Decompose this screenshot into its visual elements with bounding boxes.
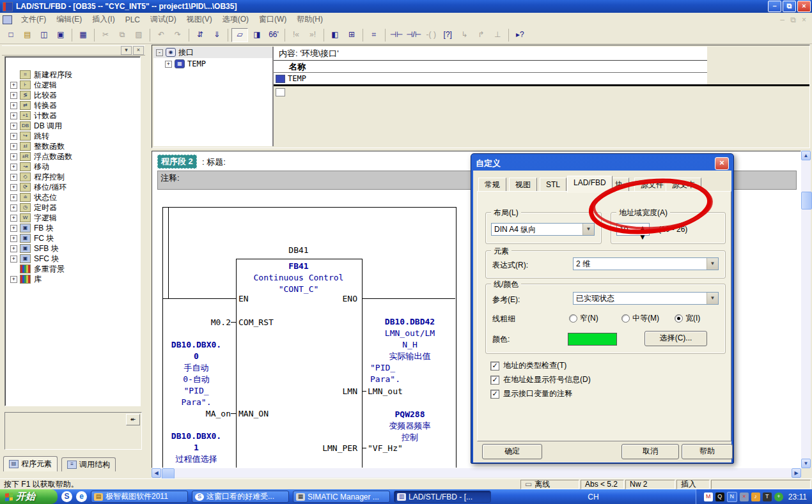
menu-plc[interactable]: PLC — [120, 14, 145, 26]
layout-dropdown-icon[interactable]: ▼ — [582, 224, 594, 235]
volume-icon[interactable]: ♪ — [751, 493, 760, 501]
contact-nc-icon[interactable]: ⊣/⊢ — [405, 29, 422, 42]
radio-narrow-dot[interactable] — [569, 314, 577, 323]
menu-edit[interactable]: 编辑(E) — [51, 13, 87, 26]
tab-lad-fbd[interactable]: LAD/FBD — [567, 176, 613, 193]
tree-item-bit-logic[interactable]: +⊦位逻辑 — [5, 80, 140, 90]
choose-color-button[interactable]: 选择(C)... — [644, 331, 707, 346]
collapse-icon[interactable]: - — [156, 49, 163, 56]
language-indicator[interactable]: CH — [581, 493, 605, 501]
glasses-icon[interactable]: 66' — [266, 29, 281, 42]
dialog-close-icon[interactable]: × — [715, 157, 729, 170]
task-browser-window[interactable]: S 这窗口看的好难受... — [192, 491, 289, 503]
check-type-check[interactable]: ✓地址的类型检查(T) — [490, 360, 566, 371]
tree-item-timer[interactable]: +◷定时器 — [5, 202, 140, 213]
undo-icon[interactable]: ↶ — [153, 29, 169, 42]
security-icon[interactable]: + — [774, 493, 783, 501]
contact-no-icon[interactable]: ⊣⊢ — [389, 29, 404, 42]
menu-window[interactable]: 窗口(W) — [254, 13, 292, 26]
expression-dropdown-icon[interactable]: ▼ — [707, 258, 718, 270]
ie-quicklaunch-icon[interactable]: e — [76, 491, 87, 502]
detail-window-icon[interactable]: ⊞ — [344, 29, 359, 42]
child-window-icon[interactable] — [3, 15, 12, 24]
new-network-icon[interactable]: ⌗ — [366, 29, 382, 42]
interface-root-row[interactable]: - ◉ 接口 — [153, 47, 272, 58]
catalog-grip[interactable]: ▾ × — [2, 45, 145, 56]
previous-error-icon[interactable]: !« — [288, 29, 304, 42]
scroll-left-icon[interactable]: ◀ — [152, 468, 161, 478]
tools-icon[interactable]: T — [763, 493, 772, 501]
tree-item-integer-fn[interactable]: +±I整数函数 — [5, 141, 140, 151]
open-online-icon[interactable]: ◫ — [36, 29, 52, 42]
s-browser-quicklaunch-icon[interactable]: S — [61, 491, 72, 502]
menu-file[interactable]: 文件(F) — [16, 13, 51, 26]
tree-item-counter[interactable]: ++1计数器 — [5, 111, 140, 121]
task-screenshot-app[interactable]: ▤ 极智截图软件2011 — [91, 491, 188, 503]
network-title[interactable]: : 标题: — [202, 157, 226, 168]
monitor-icon[interactable]: ◨ — [249, 29, 265, 42]
print-icon[interactable]: ▦ — [75, 29, 91, 42]
operand-left1-0[interactable]: DB10.DBX0. — [159, 339, 233, 351]
overview-collapse-icon[interactable]: ↞ — [126, 414, 140, 425]
operand-right2-0[interactable]: PQW288 — [365, 409, 455, 420]
tab-source-file[interactable]: 源文件 — [634, 178, 670, 192]
coil-icon[interactable]: -( ) — [423, 29, 439, 42]
tree-item-float-fn[interactable]: +±R浮点数函数 — [5, 151, 140, 162]
tab-view[interactable]: 视图 — [509, 178, 537, 192]
expand-icon[interactable]: + — [165, 61, 172, 68]
download-icon[interactable]: ⇓ — [209, 29, 224, 42]
tree-item-word-logic[interactable]: +W字逻辑 — [5, 213, 140, 223]
network-icon[interactable]: N — [727, 492, 737, 502]
ok-button[interactable]: 确定 — [482, 444, 542, 459]
cut-icon[interactable]: ✂ — [98, 29, 113, 42]
paste-icon[interactable]: ▨ — [131, 29, 146, 42]
horizontal-scroll-thumb[interactable] — [162, 468, 175, 479]
check-symbol-info[interactable]: ✓在地址处显示符号信息(D) — [490, 374, 591, 385]
menu-insert[interactable]: 插入(I) — [87, 13, 120, 26]
radio-narrow[interactable]: 窄(N) — [569, 313, 598, 324]
open-branch-icon[interactable]: ↳ — [457, 29, 472, 42]
overview-window-icon[interactable]: ◧ — [327, 29, 343, 42]
symbol-info-icon[interactable]: ▱ — [231, 28, 248, 42]
start-button[interactable]: 开始 — [0, 489, 58, 504]
operand-right1-6[interactable]: LMN_out — [368, 386, 403, 397]
symbol-info-checkbox[interactable]: ✓ — [490, 376, 499, 385]
tree-item-fb-blocks[interactable]: +▣FB 块 — [5, 223, 140, 233]
variable-row-temp[interactable]: TEMP — [274, 73, 707, 84]
address-width-spinner[interactable]: 10 ▲▼ — [616, 223, 650, 236]
menu-view[interactable]: 视图(V) — [182, 13, 217, 26]
task-simatic-manager[interactable]: ▦ SIMATIC Manager ... — [293, 491, 390, 503]
tab-program-elements[interactable]: ▤ 程序元素 — [3, 456, 58, 471]
operand-m02[interactable]: M0.2 — [154, 317, 231, 328]
menu-options[interactable]: 选项(O) — [217, 13, 254, 26]
scroll-right-icon[interactable]: ▶ — [792, 468, 801, 478]
variable-row-empty[interactable] — [274, 88, 285, 97]
interface-comment-checkbox[interactable]: ✓ — [490, 390, 499, 399]
operand-left2-1[interactable]: 1 — [159, 442, 233, 454]
tree-item-db-call[interactable]: +DBDB 调用 — [5, 121, 140, 131]
expression-combo[interactable]: 2 维 ▼ — [573, 257, 719, 270]
check-interface-comment[interactable]: ✓显示接口变量的注释 — [490, 388, 572, 399]
radio-wide[interactable]: 宽(I) — [675, 313, 700, 324]
task-lad-stl-fbd[interactable]: ▥ LAD/STL/FBD - [... — [394, 491, 491, 503]
minimize-button[interactable]: – — [768, 1, 781, 12]
tab-source-text[interactable]: 源文本 — [666, 178, 701, 192]
radio-wide-dot[interactable] — [675, 314, 683, 323]
tree-item-shift-rotate[interactable]: +⟳移位/循环 — [5, 182, 140, 192]
operand-right1-0[interactable]: DB10.DBD42 — [365, 316, 455, 328]
audio-muted-icon[interactable]: × — [740, 493, 749, 501]
type-check-checkbox[interactable]: ✓ — [490, 362, 499, 370]
tab-general[interactable]: 常规 — [478, 178, 506, 192]
t-branch-icon[interactable]: ⊥ — [490, 29, 505, 42]
tree-item-converter[interactable]: +⇄转换器 — [5, 100, 140, 111]
menu-help[interactable]: 帮助(H) — [292, 13, 328, 26]
spin-down-icon[interactable]: ▼ — [639, 233, 649, 241]
save-icon[interactable]: ▣ — [53, 29, 68, 42]
reference-combo[interactable]: 已实现状态 ▼ — [573, 292, 719, 305]
tree-item-new-network[interactable]: ⌗新建程序段 — [5, 70, 140, 80]
open-icon[interactable]: ▤ — [20, 29, 35, 42]
radio-medium-dot[interactable] — [621, 314, 630, 323]
menu-debug[interactable]: 调试(D) — [145, 13, 182, 26]
tab-call-structure[interactable]: ≡ 调用结构 — [61, 457, 116, 471]
catalog-close-icon[interactable]: × — [133, 46, 144, 55]
